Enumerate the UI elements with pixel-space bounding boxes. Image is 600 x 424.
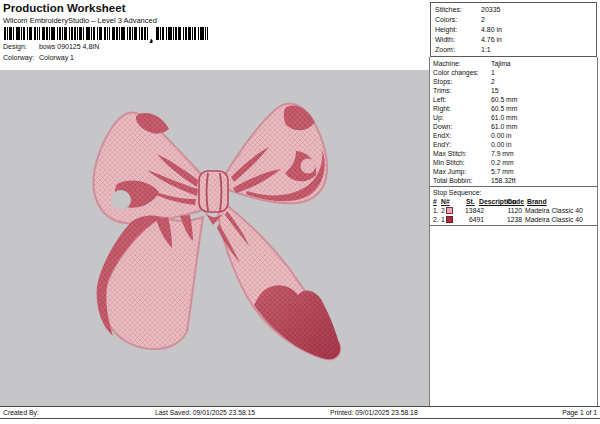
panel-divider	[430, 225, 597, 226]
row-code: 1238	[503, 215, 522, 224]
panel-divider	[430, 186, 597, 187]
design-meta: Design: bows 090125 4,8IN	[3, 43, 99, 50]
barcode	[3, 26, 213, 43]
height-label: Height:	[435, 25, 457, 35]
right-label: Right:	[433, 104, 451, 113]
col-num: #	[433, 197, 437, 206]
machine-value: Tajima	[491, 59, 511, 68]
page-number: Page 1 of 1	[562, 407, 597, 419]
footer: Created By: Last Saved: 09/01/2025 23.58…	[0, 406, 600, 419]
stop-sequence-title: Stop Sequence:	[430, 188, 597, 197]
trims-value: 15	[491, 86, 499, 95]
thread-color-swatch	[446, 216, 453, 223]
left-label: Left:	[433, 95, 446, 104]
endx-value: 0.00 in	[491, 131, 511, 140]
color-changes-value: 1	[491, 68, 495, 77]
trims-label: Trims:	[433, 86, 452, 95]
design-value: bows 090125 4,8IN	[39, 43, 99, 50]
row-num: 1.	[433, 206, 439, 215]
endy-label: EndY:	[433, 140, 451, 149]
endy-value: 0.00 in	[491, 140, 511, 149]
down-label: Down:	[433, 122, 452, 131]
design-label: Design:	[3, 43, 37, 50]
endx-label: EndX:	[433, 131, 452, 140]
left-tail	[104, 217, 203, 349]
height-value: 4.80 in	[481, 25, 502, 35]
color-changes-label: Color changes:	[433, 68, 479, 77]
min-stitch-value: 0.2 mm	[491, 158, 514, 167]
row-brand: Madeira Classic 40	[525, 206, 583, 215]
row-stitches: 13842	[454, 206, 484, 215]
max-jump-value: 5.7 mm	[491, 167, 514, 176]
created-by: Created By:	[3, 407, 39, 419]
row-num: 2.	[433, 215, 439, 224]
right-value: 60.5 mm	[491, 104, 517, 113]
zoom-value: 1:1	[481, 45, 491, 55]
max-jump-label: Max Jump:	[433, 167, 466, 176]
left-value: 60.5 mm	[491, 95, 517, 104]
col-st: St.	[466, 197, 475, 206]
machine-label: Machine:	[433, 59, 461, 68]
row-n: 2	[441, 206, 445, 215]
col-brand: Brand	[527, 197, 547, 206]
up-value: 61.0 mm	[491, 113, 517, 122]
design-canvas	[0, 70, 429, 406]
down-value: 61.0 mm	[491, 122, 517, 131]
row-code: 1120	[503, 206, 522, 215]
colors-value: 2	[481, 15, 485, 25]
page-title: Production Worksheet	[3, 2, 125, 14]
row-n: 1	[441, 215, 445, 224]
stop-sequence-row: 1. 2 13842 1120 Madeira Classic 40	[430, 206, 597, 215]
app-subtitle: Wilcom EmbroideryStudio – Level 3 Advanc…	[3, 16, 157, 25]
summary-box: Stitches:20335 Colors:2 Height:4.80 in W…	[430, 2, 597, 57]
stop-sequence-header: # N# St. Description Code Brand	[430, 197, 597, 206]
total-bobbin-value: 158.32ft	[491, 176, 516, 185]
production-worksheet-page: Production Worksheet Wilcom EmbroiderySt…	[0, 0, 600, 424]
machine-panel: Machine:Tajima Color changes:1 Stops:2 T…	[429, 57, 598, 406]
thread-color-swatch	[446, 207, 453, 214]
colors-label: Colors:	[435, 15, 457, 25]
colorway-meta: Colorway: Colorway 1	[3, 54, 74, 61]
col-code: Code	[507, 197, 524, 206]
bow-shape	[93, 104, 340, 360]
total-bobbin-label: Total Bobbin:	[433, 176, 472, 185]
width-value: 4.76 in	[481, 35, 502, 45]
stops-label: Stops:	[433, 77, 452, 86]
colorway-label: Colorway:	[3, 54, 37, 61]
max-stitch-value: 7.9 mm	[491, 149, 514, 158]
last-saved: Last Saved: 09/01/2025 23.58.15	[155, 407, 255, 419]
up-label: Up:	[433, 113, 444, 122]
stitch-hole	[111, 190, 131, 210]
stitches-value: 20335	[481, 5, 500, 15]
row-brand: Madeira Classic 40	[525, 215, 583, 224]
stop-sequence-row: 2. 1 6491 1238 Madeira Classic 40	[430, 215, 597, 224]
bow-embroidery-design	[0, 70, 429, 406]
max-stitch-label: Max Stitch:	[433, 149, 467, 158]
bow-knot	[199, 171, 228, 212]
width-label: Width:	[435, 35, 455, 45]
printed: Printed: 09/01/2025 23.58.18	[330, 407, 418, 419]
colorway-value: Colorway 1	[39, 54, 74, 61]
stitches-label: Stitches:	[435, 5, 462, 15]
zoom-label: Zoom:	[435, 45, 455, 55]
stops-value: 2	[491, 77, 495, 86]
row-stitches: 6491	[454, 215, 484, 224]
min-stitch-label: Min Stitch:	[433, 158, 465, 167]
col-n: N#	[441, 197, 450, 206]
